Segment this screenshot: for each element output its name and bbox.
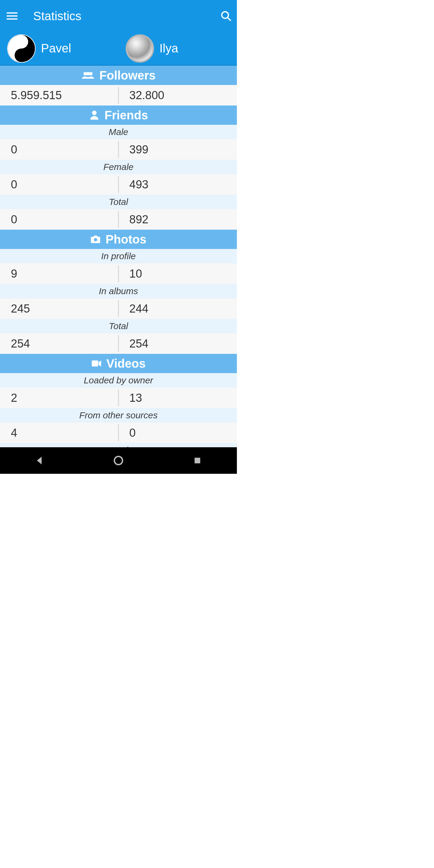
svg-point-8 (92, 111, 96, 115)
section-videos-label: Videos (106, 357, 146, 370)
svg-point-17 (115, 457, 123, 465)
nav-back-icon[interactable] (32, 453, 47, 468)
nav-recent-icon[interactable] (190, 453, 205, 468)
section-photos-label: Photos (105, 233, 147, 246)
photos-total-left: 254 (0, 333, 119, 354)
videos-icon (91, 360, 101, 367)
svg-point-0 (222, 12, 228, 19)
user-tab-right[interactable]: Ilya (119, 32, 237, 65)
photos-albums-right: 244 (119, 299, 237, 319)
section-photos: Photos (0, 230, 237, 249)
photos-albums-left: 245 (0, 299, 119, 319)
row-photos-total: 254 254 (0, 333, 237, 354)
friends-female-right: 493 (119, 174, 237, 195)
svg-marker-16 (37, 457, 42, 464)
section-videos: Videos (0, 354, 237, 373)
friends-male-right: 399 (119, 139, 237, 160)
search-icon[interactable] (220, 10, 232, 22)
row-friends-total: 0 892 (0, 209, 237, 230)
svg-line-1 (227, 18, 231, 21)
photos-profile-right: 10 (119, 264, 237, 284)
svg-point-4 (20, 53, 24, 57)
row-friends-male: 0 399 (0, 139, 237, 160)
section-followers: Followers (0, 66, 237, 85)
row-friends-female: 0 493 (0, 174, 237, 195)
user-name-left: Pavel (41, 41, 71, 55)
videos-other-right: 0 (119, 423, 237, 443)
photos-total-right: 254 (119, 333, 237, 354)
menu-icon[interactable] (7, 10, 19, 22)
section-followers-label: Followers (99, 69, 156, 82)
sub-photos-albums: In albums (0, 284, 237, 299)
sub-photos-total: Total (0, 319, 237, 333)
svg-rect-18 (195, 458, 200, 464)
svg-point-9 (94, 238, 97, 241)
appbar: Statistics Pavel (0, 0, 237, 66)
section-friends: Friends (0, 105, 237, 125)
navbar (0, 447, 237, 474)
friends-total-right: 892 (119, 209, 237, 230)
friends-male-left: 0 (0, 139, 119, 160)
row-videos-other: 4 0 (0, 423, 237, 443)
friends-icon (89, 110, 100, 121)
svg-point-3 (20, 40, 24, 44)
avatar-right (126, 34, 154, 63)
photos-profile-left: 9 (0, 264, 119, 284)
videos-owner-left: 2 (0, 388, 119, 408)
friends-total-left: 0 (0, 209, 119, 230)
friends-female-left: 0 (0, 174, 119, 195)
user-tab-left[interactable]: Pavel (0, 32, 119, 65)
sub-videos-total: Total (0, 443, 237, 447)
followers-right: 32.800 (119, 85, 237, 105)
followers-icon (82, 71, 95, 79)
row-videos-owner: 2 13 (0, 388, 237, 408)
videos-owner-right: 13 (119, 388, 237, 408)
videos-other-left: 4 (0, 423, 119, 443)
svg-rect-10 (92, 361, 98, 367)
row-photos-albums: 245 244 (0, 299, 237, 319)
section-friends-label: Friends (104, 108, 148, 122)
page-title: Statistics (33, 9, 220, 23)
svg-point-7 (89, 72, 93, 76)
user-name-right: Ilya (159, 41, 178, 55)
avatar-left (7, 34, 36, 63)
followers-left: 5.959.515 (0, 85, 119, 105)
sub-photos-profile: In profile (0, 249, 237, 264)
sub-friends-male: Male (0, 125, 237, 139)
sub-friends-total: Total (0, 195, 237, 209)
row-photos-profile: 9 10 (0, 264, 237, 284)
sub-videos-owner: Loaded by owner (0, 373, 237, 388)
svg-marker-11 (98, 361, 101, 367)
sub-friends-female: Female (0, 160, 237, 174)
photos-icon (90, 235, 101, 244)
row-followers: 5.959.515 32.800 (0, 85, 237, 105)
nav-home-icon[interactable] (111, 453, 126, 468)
sub-videos-other: From other sources (0, 408, 237, 423)
content[interactable]: Followers 5.959.515 32.800 Friends Male … (0, 66, 237, 447)
